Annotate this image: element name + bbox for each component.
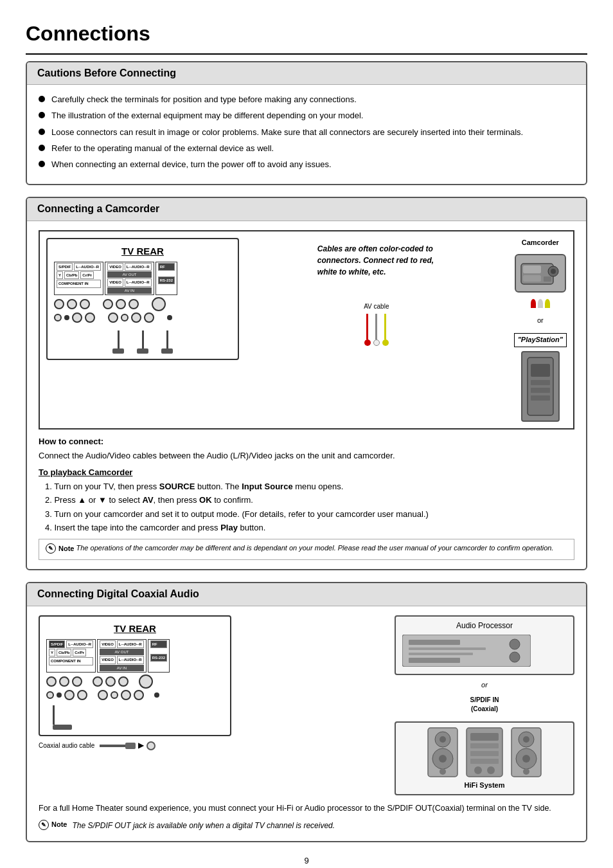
coax-c9 — [64, 690, 75, 700]
conn-c4 — [103, 299, 113, 309]
coax-dot2 — [154, 692, 159, 698]
coaxial-left: TV REAR S/PDIF L─AUDIO─R Y Cb/Pb Cr/Pr — [39, 615, 384, 751]
av-wire-yellow — [384, 314, 386, 339]
coaxial-right: Audio Processor or S/PDIF IN(Coaxial) — [395, 615, 574, 795]
coax-connectors-row1 — [46, 674, 224, 689]
svg-rect-7 — [531, 364, 550, 377]
jack-white — [538, 299, 543, 308]
coax-socket — [147, 741, 155, 750]
lbl-coax-component: Y Cb/Pb Cr/Pr — [49, 649, 93, 656]
coaxial-note-label-text: Note — [51, 820, 67, 829]
coax-c7-large — [139, 674, 153, 689]
hifi-visual — [402, 727, 567, 778]
conn-c2 — [67, 299, 77, 309]
spdif-in-label: S/PDIF IN(Coaxial) — [395, 696, 574, 714]
lbl-rs232: RS-232 — [158, 276, 175, 284]
lbl-coax-y: Y — [49, 649, 55, 656]
conn-c6 — [129, 299, 139, 309]
lbl-y: Y — [57, 271, 63, 279]
lbl-rf: RF — [158, 263, 175, 271]
lbl-coax-video-group: VIDEO L─AUDIO─R AV OUT VIDEO L─AUDIO─R A… — [97, 639, 147, 673]
speaker-right-svg — [510, 727, 542, 778]
caution-text: The illustration of the external equipme… — [51, 110, 363, 122]
svg-point-17 — [510, 652, 520, 662]
page-title: Connections — [26, 19, 587, 55]
svg-point-22 — [439, 755, 447, 763]
audio-processor-label: Audio Processor — [402, 620, 567, 631]
bullet-dot — [39, 96, 45, 102]
av-cables-visual — [364, 314, 389, 346]
lbl-component-row: Y Cb/Pb Cr/Pr — [57, 271, 101, 279]
coaxial-cable-label: Coaxial audio cable — [39, 741, 94, 750]
connectors-row1-camcorder — [54, 297, 231, 311]
lbl-coax-video2-row: VIDEO L─AUDIO─R — [100, 656, 144, 664]
av-cable-red — [364, 314, 371, 346]
caution-text: Carefully check the terminals for positi… — [51, 94, 357, 105]
lbl-coax-l-audio-r: L─AUDIO─R — [66, 640, 93, 648]
av-head-yellow — [382, 339, 389, 346]
cable-line-v1 — [118, 330, 120, 348]
svg-point-20 — [440, 736, 446, 743]
bullet-dot — [39, 112, 45, 118]
camcorder-note-text: The operations of the camcorder may be d… — [76, 544, 554, 552]
svg-rect-5 — [544, 276, 551, 282]
tv-rear-title-coaxial: TV REAR — [46, 622, 224, 635]
svg-rect-12 — [409, 640, 460, 645]
bullet-dot — [39, 129, 45, 135]
conn-c9 — [72, 312, 82, 323]
av-cable-label: AV cable — [364, 302, 389, 311]
playback-title: To playback Camcorder — [39, 467, 574, 478]
coax-c1 — [46, 676, 57, 687]
av-wire-red — [366, 314, 368, 339]
svg-point-2 — [551, 269, 556, 274]
coax-c8 — [46, 691, 54, 699]
or-label-coaxial: or — [395, 680, 574, 690]
conn-c3 — [80, 299, 90, 309]
conn-dot2 — [167, 315, 172, 320]
lbl-coax-av-out: AV OUT — [100, 649, 144, 655]
svg-point-16 — [510, 639, 520, 649]
svg-rect-27 — [470, 751, 499, 756]
conn-c12 — [121, 314, 129, 321]
audio-processor-svg — [402, 635, 531, 667]
coaxial-note-row: ✎ Note The S/PDIF OUT jack is available … — [39, 820, 574, 832]
playback-steps: 1. Turn on your TV, then press SOURCE bu… — [39, 481, 574, 534]
coax-c2 — [59, 676, 69, 687]
lbl-spdif-group: S/PDIF L─AUDIO─R Y Cb/Pb Cr/Pr COMPONENT… — [54, 262, 103, 296]
camcorder-device-img — [515, 254, 566, 293]
coax-c13 — [121, 690, 131, 700]
coaxial-section: Connecting Digital Coaxial Audio TV REAR… — [26, 582, 587, 842]
lbl-coax-rf: RF — [150, 640, 167, 648]
playstation-svg — [524, 354, 556, 419]
lbl-coax-crpr: Cr/Pr — [73, 649, 86, 656]
svg-rect-14 — [409, 653, 473, 655]
conn-c1 — [54, 299, 64, 309]
svg-rect-15 — [409, 658, 460, 663]
svg-point-29 — [474, 766, 482, 774]
cautions-list: Carefully check the terminals for positi… — [39, 94, 574, 170]
caution-text: When connecting an external device, turn… — [51, 159, 332, 170]
av-cable-white — [373, 314, 380, 346]
cautions-header: Cautions Before Connecting — [27, 62, 586, 85]
page-number: 9 — [26, 855, 587, 867]
conn-c13 — [131, 312, 141, 323]
svg-rect-8 — [531, 380, 550, 385]
tv-labels-coaxial: S/PDIF L─AUDIO─R Y Cb/Pb Cr/Pr COMPONENT… — [46, 639, 224, 673]
coax-connectors-row2 — [46, 690, 224, 700]
lbl-coax-rs232: RS-232 — [150, 654, 167, 662]
camcorder-diagram: TV REAR S/PDIF L─AUDIO─R Y Cb/Pb Cr/Pr — [39, 230, 574, 429]
playback-step: 2. Press ▲ or ▼ to select AV, then press… — [45, 494, 574, 506]
conn-dot1 — [64, 315, 69, 320]
coaxial-body: TV REAR S/PDIF L─AUDIO─R Y Cb/Pb Cr/Pr — [27, 606, 586, 841]
lbl-coax-spdif-row: S/PDIF L─AUDIO─R — [49, 640, 93, 648]
caution-item: Loose connectors can result in image or … — [39, 127, 574, 138]
lbl-rf-group: RF RS-232 — [155, 262, 177, 296]
svg-point-33 — [523, 736, 529, 743]
caution-item: When connecting an external device, turn… — [39, 159, 574, 170]
cautions-body: Carefully check the terminals for positi… — [27, 85, 586, 184]
camcorder-diagram-inner: TV REAR S/PDIF L─AUDIO─R Y Cb/Pb Cr/Pr — [46, 238, 567, 422]
coax-cable-v — [53, 705, 55, 725]
av-jacks-camcorder — [531, 299, 550, 308]
coaxial-bottom-text: For a full Home Theater sound experience… — [39, 802, 574, 815]
svg-rect-13 — [409, 647, 486, 650]
